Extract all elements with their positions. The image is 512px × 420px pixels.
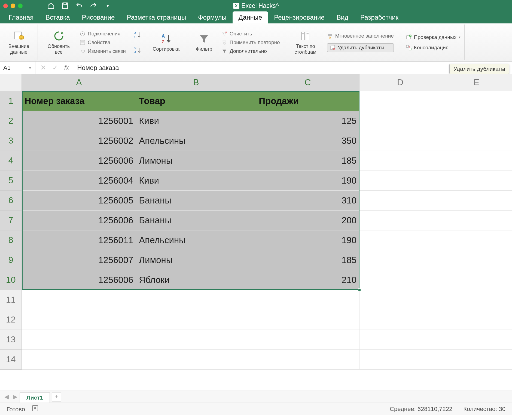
column-header[interactable]: E bbox=[441, 74, 512, 91]
cell[interactable] bbox=[359, 131, 441, 151]
row-header[interactable]: 5 bbox=[0, 171, 22, 190]
sort-ascending-icon[interactable]: AЯ bbox=[134, 31, 142, 39]
cell[interactable] bbox=[441, 210, 512, 230]
cell[interactable] bbox=[441, 349, 512, 369]
ribbon-tab-разметка страницы[interactable]: Разметка страницы bbox=[121, 11, 192, 23]
ribbon-tab-главная[interactable]: Главная bbox=[3, 11, 39, 23]
cell[interactable]: 1256001 bbox=[22, 111, 136, 131]
cell[interactable]: Киви bbox=[136, 111, 256, 131]
ribbon-tab-вставка[interactable]: Вставка bbox=[39, 11, 76, 23]
text-to-columns-button[interactable]: Текст по столбцам bbox=[288, 30, 323, 55]
select-all-corner[interactable] bbox=[0, 74, 22, 91]
ribbon-tab-вид[interactable]: Вид bbox=[331, 11, 354, 23]
customize-qat-icon[interactable]: ▾ bbox=[104, 2, 111, 10]
cell[interactable]: 125 bbox=[256, 111, 359, 131]
cell[interactable] bbox=[136, 330, 256, 349]
sheet-tab[interactable]: Лист1 bbox=[20, 392, 50, 403]
spreadsheet-grid[interactable]: ABCDE1Номер заказаТоварПродажи21256001Ки… bbox=[0, 74, 512, 391]
cell[interactable] bbox=[441, 171, 512, 190]
column-header[interactable]: D bbox=[359, 74, 441, 91]
cell[interactable] bbox=[441, 131, 512, 151]
cell[interactable]: 310 bbox=[256, 190, 359, 210]
cell[interactable] bbox=[441, 91, 512, 111]
redo-icon[interactable] bbox=[90, 2, 97, 10]
cell[interactable] bbox=[359, 349, 441, 369]
row-header[interactable]: 6 bbox=[0, 190, 22, 210]
cell[interactable] bbox=[256, 310, 359, 330]
cell[interactable] bbox=[22, 349, 136, 369]
cell[interactable] bbox=[256, 290, 359, 310]
cell[interactable] bbox=[256, 349, 359, 369]
cell[interactable]: 1256006 bbox=[22, 210, 136, 230]
cell[interactable] bbox=[359, 151, 441, 171]
cancel-icon[interactable]: ✕ bbox=[40, 63, 46, 72]
cell[interactable] bbox=[359, 310, 441, 330]
maximize-window-icon[interactable] bbox=[18, 4, 23, 8]
row-header[interactable]: 12 bbox=[0, 310, 22, 330]
cell[interactable]: 190 bbox=[256, 230, 359, 250]
sort-button[interactable]: AZ Сортировка bbox=[146, 33, 187, 52]
cell[interactable] bbox=[441, 111, 512, 131]
home-icon[interactable] bbox=[47, 2, 55, 10]
reapply-filter-button[interactable]: Применить повторно bbox=[221, 39, 280, 45]
cell[interactable]: 1256006 bbox=[22, 151, 136, 171]
cell[interactable] bbox=[22, 310, 136, 330]
row-header[interactable]: 9 bbox=[0, 250, 22, 270]
cell[interactable] bbox=[359, 91, 441, 111]
row-header[interactable]: 2 bbox=[0, 111, 22, 131]
row-header[interactable]: 1 bbox=[0, 91, 22, 111]
formula-input[interactable]: Номер заказа bbox=[74, 64, 512, 72]
sheet-nav-prev-icon[interactable]: ◀ bbox=[3, 393, 11, 400]
cell[interactable]: Продажи bbox=[256, 91, 359, 111]
cell[interactable] bbox=[359, 250, 441, 270]
cell[interactable] bbox=[22, 290, 136, 310]
cell[interactable] bbox=[359, 111, 441, 131]
cell[interactable] bbox=[359, 290, 441, 310]
cell[interactable]: 185 bbox=[256, 250, 359, 270]
cell[interactable]: Апельсины bbox=[136, 230, 256, 250]
ribbon-tab-рисование[interactable]: Рисование bbox=[76, 11, 121, 23]
cell[interactable]: 185 bbox=[256, 151, 359, 171]
cell[interactable] bbox=[256, 330, 359, 349]
row-header[interactable]: 11 bbox=[0, 290, 22, 310]
cell[interactable]: 1256006 bbox=[22, 270, 136, 290]
refresh-all-button[interactable]: Обновить все bbox=[42, 30, 76, 55]
confirm-icon[interactable]: ✓ bbox=[52, 63, 58, 72]
cell[interactable] bbox=[359, 230, 441, 250]
ribbon-tab-формулы[interactable]: Формулы bbox=[192, 11, 232, 23]
edit-links-button[interactable]: Изменить связи bbox=[80, 48, 126, 54]
cell[interactable] bbox=[22, 330, 136, 349]
ribbon-tab-рецензирование[interactable]: Рецензирование bbox=[268, 11, 330, 23]
sheet-nav-next-icon[interactable]: ▶ bbox=[11, 393, 19, 400]
cell[interactable]: 1256011 bbox=[22, 230, 136, 250]
cell[interactable]: 350 bbox=[256, 131, 359, 151]
column-header[interactable]: A bbox=[22, 74, 136, 91]
external-data-button[interactable]: Внешние данные bbox=[4, 30, 34, 55]
minimize-window-icon[interactable] bbox=[11, 4, 15, 8]
cell[interactable] bbox=[441, 151, 512, 171]
row-header[interactable]: 8 bbox=[0, 230, 22, 250]
save-icon[interactable] bbox=[61, 2, 69, 10]
data-validation-button[interactable]: Проверка данных ▾ bbox=[406, 34, 461, 40]
properties-button[interactable]: Свойства bbox=[80, 39, 126, 45]
cell[interactable] bbox=[441, 230, 512, 250]
fx-icon[interactable]: fx bbox=[64, 64, 69, 71]
cell[interactable]: Яблоки bbox=[136, 270, 256, 290]
row-header[interactable]: 13 bbox=[0, 330, 22, 349]
row-header[interactable]: 14 bbox=[0, 349, 22, 369]
cell[interactable]: 210 bbox=[256, 270, 359, 290]
cell[interactable]: 1256005 bbox=[22, 190, 136, 210]
cell[interactable]: Киви bbox=[136, 171, 256, 190]
macro-record-icon[interactable] bbox=[32, 405, 38, 411]
cell[interactable] bbox=[359, 190, 441, 210]
cell[interactable]: Товар bbox=[136, 91, 256, 111]
advanced-filter-button[interactable]: Дополнительно bbox=[221, 48, 280, 54]
cell[interactable]: 190 bbox=[256, 171, 359, 190]
connections-button[interactable]: Подключения bbox=[80, 31, 126, 37]
cell[interactable] bbox=[441, 250, 512, 270]
add-sheet-button[interactable]: + bbox=[52, 392, 61, 401]
fill-handle[interactable] bbox=[358, 288, 361, 291]
column-header[interactable]: B bbox=[136, 74, 256, 91]
close-window-icon[interactable] bbox=[3, 4, 8, 8]
column-header[interactable]: C bbox=[256, 74, 359, 91]
